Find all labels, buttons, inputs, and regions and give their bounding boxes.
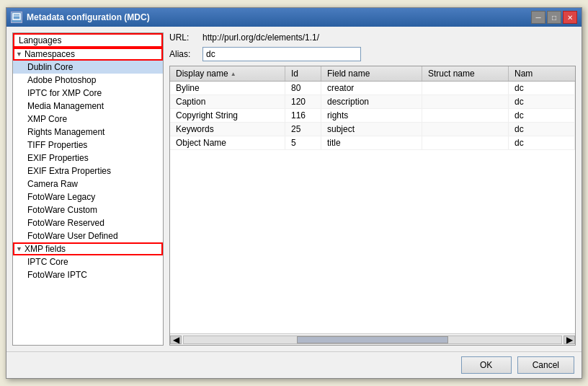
sidebar-item-tiff-properties[interactable]: TIFF Properties bbox=[13, 139, 163, 152]
scroll-right-btn[interactable]: ▶ bbox=[564, 335, 575, 344]
url-row: URL: http://purl.org/dc/elements/1.1/ bbox=[169, 32, 576, 43]
th-struct-name[interactable]: Struct name bbox=[422, 66, 509, 81]
table-body: Byline 80 creator dc Caption 120 descrip… bbox=[170, 82, 575, 333]
alias-input[interactable] bbox=[202, 47, 361, 61]
camera-raw-label: Camera Raw bbox=[27, 179, 78, 189]
table-row[interactable]: Copyright String 116 rights dc bbox=[170, 109, 575, 123]
th-field-name[interactable]: Field name bbox=[321, 66, 422, 81]
iptc-core-label: IPTC Core bbox=[27, 257, 68, 267]
td-field-1: description bbox=[321, 95, 422, 108]
th-display-name[interactable]: Display name ▲ bbox=[170, 66, 285, 81]
rights-management-label: Rights Management bbox=[27, 127, 104, 137]
td-nam-2: dc bbox=[509, 109, 575, 122]
td-struct-2 bbox=[422, 109, 509, 122]
dublin-core-label: Dublin Core bbox=[27, 62, 73, 72]
namespaces-arrow: ▼ bbox=[16, 51, 22, 58]
xmp-fields-arrow: ▼ bbox=[16, 245, 22, 253]
td-id-3: 25 bbox=[285, 123, 321, 136]
ok-button[interactable]: OK bbox=[461, 356, 512, 374]
fotoware-user-defined-label: FotoWare User Defined bbox=[27, 231, 118, 241]
maximize-button[interactable]: □ bbox=[547, 11, 561, 24]
sidebar-item-fotoware-custom[interactable]: FotoWare Custom bbox=[13, 203, 163, 216]
td-field-0: creator bbox=[321, 82, 422, 95]
sidebar-item-xmp-core[interactable]: XMP Core bbox=[13, 113, 163, 126]
td-id-4: 5 bbox=[285, 136, 321, 149]
title-bar-left: Metadata configuration (MDC) bbox=[11, 12, 150, 23]
url-label: URL: bbox=[169, 32, 198, 43]
scroll-thumb[interactable] bbox=[297, 336, 448, 343]
sidebar-item-fotoware-legacy[interactable]: FotoWare Legacy bbox=[13, 190, 163, 203]
table-header: Display name ▲ Id Field name Struct name… bbox=[170, 66, 575, 82]
table-row[interactable]: Byline 80 creator dc bbox=[170, 82, 575, 95]
fotoware-iptc-label: FotoWare IPTC bbox=[27, 270, 87, 280]
sidebar-item-iptc-xmp-core[interactable]: IPTC for XMP Core bbox=[13, 87, 163, 100]
window-icon bbox=[11, 12, 22, 23]
sidebar-item-fotoware-reserved[interactable]: FotoWare Reserved bbox=[13, 216, 163, 229]
table-row[interactable]: Keywords 25 subject dc bbox=[170, 123, 575, 136]
media-management-label: Media Management bbox=[27, 101, 104, 111]
table-row[interactable]: Caption 120 description dc bbox=[170, 95, 575, 109]
iptc-xmp-core-label: IPTC for XMP Core bbox=[27, 88, 102, 98]
th-nam[interactable]: Nam bbox=[509, 66, 575, 81]
alias-label: Alias: bbox=[169, 49, 198, 59]
sidebar-item-rights-management[interactable]: Rights Management bbox=[13, 126, 163, 139]
td-field-2: rights bbox=[321, 109, 422, 122]
fotoware-legacy-label: FotoWare Legacy bbox=[27, 192, 95, 202]
sidebar-item-media-management[interactable]: Media Management bbox=[13, 100, 163, 113]
horizontal-scrollbar[interactable]: ◀ ▶ bbox=[170, 333, 575, 345]
td-nam-4: dc bbox=[509, 136, 575, 149]
td-display-3: Keywords bbox=[170, 123, 285, 136]
td-nam-1: dc bbox=[509, 95, 575, 108]
td-struct-0 bbox=[422, 82, 509, 95]
sidebar-item-fotoware-user-defined[interactable]: FotoWare User Defined bbox=[13, 229, 163, 242]
td-struct-4 bbox=[422, 136, 509, 149]
fotoware-custom-label: FotoWare Custom bbox=[27, 205, 97, 215]
td-nam-3: dc bbox=[509, 123, 575, 136]
sidebar-item-camera-raw[interactable]: Camera Raw bbox=[13, 177, 163, 190]
content-area: Languages ▼ Namespaces Dublin Core Adobe… bbox=[6, 27, 582, 351]
minimize-button[interactable]: ─ bbox=[531, 11, 545, 24]
td-display-2: Copyright String bbox=[170, 109, 285, 122]
xmp-fields-label: XMP fields bbox=[24, 244, 66, 254]
th-id[interactable]: Id bbox=[285, 66, 321, 81]
sidebar-item-exif-properties[interactable]: EXIF Properties bbox=[13, 152, 163, 165]
sidebar-item-iptc-core[interactable]: IPTC Core bbox=[13, 255, 163, 268]
td-id-2: 116 bbox=[285, 109, 321, 122]
title-bar: Metadata configuration (MDC) ─ □ ✕ bbox=[6, 8, 582, 27]
main-window: Metadata configuration (MDC) ─ □ ✕ Langu… bbox=[6, 7, 582, 379]
xmp-core-label: XMP Core bbox=[27, 114, 67, 124]
cancel-button[interactable]: Cancel bbox=[517, 356, 574, 374]
sidebar-item-exif-extra-properties[interactable]: EXIF Extra Properties bbox=[13, 165, 163, 177]
td-display-4: Object Name bbox=[170, 136, 285, 149]
td-field-4: title bbox=[321, 136, 422, 149]
data-table: Display name ▲ Id Field name Struct name… bbox=[169, 66, 576, 346]
alias-row: Alias: bbox=[169, 47, 576, 61]
bottom-bar: OK Cancel bbox=[6, 351, 582, 378]
close-button[interactable]: ✕ bbox=[563, 11, 577, 24]
scroll-left-btn[interactable]: ◀ bbox=[170, 335, 182, 344]
namespaces-label: Namespaces bbox=[24, 49, 75, 59]
td-field-3: subject bbox=[321, 123, 422, 136]
fotoware-reserved-label: FotoWare Reserved bbox=[27, 218, 104, 228]
languages-item[interactable]: Languages bbox=[13, 33, 163, 48]
xmp-fields-header[interactable]: ▼ XMP fields bbox=[13, 242, 163, 255]
svg-rect-0 bbox=[13, 14, 20, 19]
exif-extra-properties-label: EXIF Extra Properties bbox=[27, 166, 111, 176]
languages-label: Languages bbox=[19, 35, 61, 45]
sort-arrow-display: ▲ bbox=[231, 71, 236, 77]
url-value: http://purl.org/dc/elements/1.1/ bbox=[202, 32, 319, 43]
sidebar-item-dublin-core[interactable]: Dublin Core bbox=[13, 61, 163, 74]
right-panel: URL: http://purl.org/dc/elements/1.1/ Al… bbox=[169, 32, 576, 346]
sidebar-item-adobe-photoshop[interactable]: Adobe Photoshop bbox=[13, 74, 163, 87]
td-struct-3 bbox=[422, 123, 509, 136]
exif-properties-label: EXIF Properties bbox=[27, 153, 89, 163]
namespaces-header[interactable]: ▼ Namespaces bbox=[13, 48, 163, 61]
td-display-1: Caption bbox=[170, 95, 285, 108]
title-buttons: ─ □ ✕ bbox=[531, 11, 577, 24]
table-row[interactable]: Object Name 5 title dc bbox=[170, 136, 575, 150]
sidebar-item-fotoware-iptc[interactable]: FotoWare IPTC bbox=[13, 268, 163, 281]
td-id-1: 120 bbox=[285, 95, 321, 108]
tiff-properties-label: TIFF Properties bbox=[27, 140, 87, 150]
scroll-track[interactable] bbox=[183, 335, 562, 344]
window-title: Metadata configuration (MDC) bbox=[27, 12, 150, 22]
